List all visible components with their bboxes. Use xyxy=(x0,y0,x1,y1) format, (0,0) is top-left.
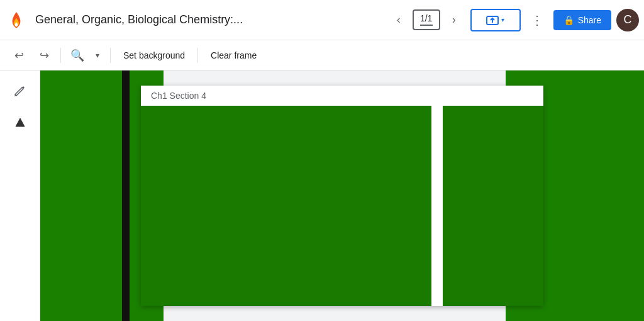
black-stripe xyxy=(122,70,130,321)
upload-button[interactable]: ▾ xyxy=(470,9,521,31)
header-bar: General, Organic, Biological Chemistry:.… xyxy=(0,0,644,40)
main-content: Ch1 Section 4 xyxy=(0,70,644,321)
nav-forward-button[interactable]: › xyxy=(443,9,465,31)
share-button[interactable]: 🔒 Share xyxy=(553,10,611,30)
redo-button[interactable]: ↪ xyxy=(33,44,55,67)
marker-icon xyxy=(13,116,27,130)
undo-button[interactable]: ↩ xyxy=(8,44,30,67)
toolbar-divider-1 xyxy=(60,48,61,63)
slide-green-content xyxy=(141,106,543,306)
pen-tool[interactable] xyxy=(5,76,35,106)
upload-icon xyxy=(486,15,499,25)
slide-page: Ch1 Section 4 xyxy=(141,86,543,306)
svg-marker-2 xyxy=(16,118,25,127)
green-background xyxy=(141,106,543,306)
more-options-button[interactable]: ⋮ xyxy=(526,9,548,31)
clear-frame-button[interactable]: Clear frame xyxy=(203,44,264,67)
page-navigation: ‹ 1/1 › xyxy=(387,9,465,31)
undo-icon: ↩ xyxy=(14,48,24,62)
zoom-control: 🔍 ▾ xyxy=(66,44,105,67)
document-title: General, Organic, Biological Chemistry:.… xyxy=(35,13,382,26)
upload-dropdown-arrow: ▾ xyxy=(501,16,504,23)
set-background-button[interactable]: Set background xyxy=(116,44,192,67)
left-tools-panel xyxy=(0,70,40,321)
redo-icon: ↪ xyxy=(40,48,49,62)
toolbar-divider-3 xyxy=(197,48,198,63)
pen-icon xyxy=(13,84,27,98)
white-gap xyxy=(431,106,443,306)
zoom-dropdown-button[interactable]: ▾ xyxy=(90,44,105,67)
nav-back-button[interactable]: ‹ xyxy=(387,9,410,31)
marker-tool[interactable] xyxy=(5,108,35,138)
toolbar-divider-2 xyxy=(110,48,111,63)
zoom-chevron-icon: ▾ xyxy=(96,51,99,60)
canvas-area: Ch1 Section 4 xyxy=(40,70,644,321)
header-right-controls: ▾ ⋮ 🔒 Share C xyxy=(470,9,639,31)
avatar[interactable]: C xyxy=(616,9,639,31)
toolbar: ↩ ↪ 🔍 ▾ Set background Clear frame xyxy=(0,40,644,70)
slide-section-label: Ch1 Section 4 xyxy=(141,86,543,106)
lock-icon: 🔒 xyxy=(564,15,574,25)
zoom-icon: 🔍 xyxy=(70,48,84,62)
page-indicator[interactable]: 1/1 xyxy=(413,9,440,31)
zoom-button[interactable]: 🔍 xyxy=(66,44,89,67)
app-logo xyxy=(5,9,28,31)
